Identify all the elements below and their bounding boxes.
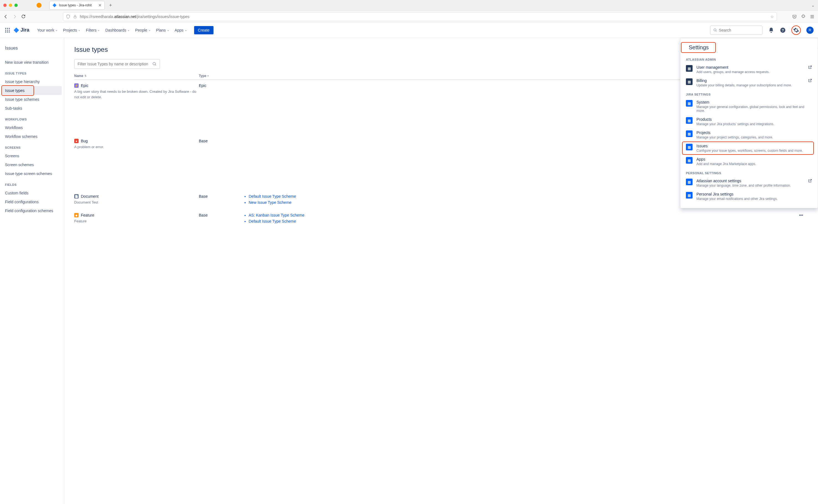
svg-point-1 — [5, 28, 6, 29]
popover-item-title: Projects — [696, 130, 812, 135]
url-bar[interactable]: https://rsreedharala.atlassian.net/jira/… — [63, 12, 777, 21]
sidebar-item-field-configuration-schemes[interactable]: Field configuration schemes — [2, 206, 62, 215]
sidebar-item-field-configurations[interactable]: Field configurations — [2, 197, 62, 206]
tabs-dropdown-icon[interactable]: ⌄ — [811, 3, 815, 7]
sidebar: Issues New issue view transition ISSUE T… — [0, 38, 64, 504]
issue-type-icon: ⚡ — [74, 83, 79, 88]
popover-item-title: Products — [696, 117, 812, 122]
nav-item-plans[interactable]: Plans⌄ — [153, 26, 172, 34]
sidebar-item-screens[interactable]: Screens — [2, 151, 62, 160]
sidebar-item-sub-tasks[interactable]: Sub-tasks — [2, 104, 62, 113]
settings-gear-button[interactable] — [791, 25, 801, 35]
column-header-name[interactable]: Name ⇅ — [74, 74, 199, 78]
search-icon — [152, 62, 157, 66]
issue-type-name[interactable]: ● Bug — [74, 139, 199, 143]
sidebar-title: Issues — [2, 43, 62, 53]
popover-section-heading: PERSONAL SETTINGS — [680, 168, 818, 176]
popover-item-apps[interactable]: ▦ Apps Add and manage Jira Marketplace a… — [680, 155, 818, 168]
popover-section-heading: ATLASSIAN ADMIN — [680, 55, 818, 63]
popover-item-desc: Update your billing details, manage your… — [696, 83, 804, 87]
tab-close-icon[interactable]: ✕ — [98, 3, 102, 7]
popover-item-issues[interactable]: ▦ Issues Configure your issue types, wor… — [680, 142, 818, 155]
extensions-icon[interactable] — [801, 14, 806, 19]
sidebar-item-issue-type-screen-schemes[interactable]: Issue type screen schemes — [2, 169, 62, 178]
app-switcher-icon[interactable] — [4, 27, 11, 33]
sidebar-item-screen-schemes[interactable]: Screen schemes — [2, 160, 62, 169]
issue-type-description: A problem or error. — [74, 144, 199, 150]
popover-item-system[interactable]: ▦ System Manage your general configurati… — [680, 98, 818, 115]
pocket-icon[interactable] — [792, 14, 797, 19]
window-maximize-icon[interactable] — [14, 4, 18, 7]
create-button[interactable]: Create — [194, 26, 213, 34]
hamburger-menu-icon[interactable] — [810, 14, 815, 19]
scheme-link[interactable]: Default Issue Type Scheme — [249, 219, 794, 223]
nav-item-dashboards[interactable]: Dashboards⌄ — [102, 26, 132, 34]
sidebar-item-issue-type-schemes[interactable]: Issue type schemes — [2, 95, 62, 104]
browser-chrome: Issue types - Jira-rohit ✕ + ⌄ https://r… — [0, 0, 818, 22]
sidebar-heading: FIELDS — [2, 178, 62, 189]
sidebar-item-workflows[interactable]: Workflows — [2, 123, 62, 132]
nav-item-your-work[interactable]: Your work⌄ — [34, 26, 60, 34]
back-button[interactable] — [3, 14, 8, 19]
popover-title: Settings — [683, 43, 714, 55]
column-header-type[interactable]: Type ▾ — [199, 74, 243, 78]
popover-item-desc: Add users, groups, and manage access req… — [696, 70, 804, 74]
jira-logo-icon — [13, 27, 19, 33]
nav-item-people[interactable]: People⌄ — [132, 26, 153, 34]
notifications-icon[interactable] — [768, 27, 774, 33]
sidebar-item-issue-types[interactable]: Issue types — [2, 86, 62, 95]
nav-item-projects[interactable]: Projects⌄ — [60, 26, 83, 34]
row-actions-button[interactable]: ••• — [794, 213, 808, 217]
popover-item-atlassian-account-settings[interactable]: ▦ Atlassian account settings Manage your… — [680, 176, 818, 190]
sidebar-item-issue-type-hierarchy[interactable]: Issue type hierarchy — [2, 77, 62, 86]
popover-item-personal-jira-settings[interactable]: ▦ Personal Jira settings Manage your ema… — [680, 190, 818, 203]
sidebar-heading: SCREENS — [2, 141, 62, 151]
help-icon[interactable]: ? — [780, 27, 786, 33]
external-link-icon — [808, 65, 812, 70]
window-minimize-icon[interactable] — [9, 4, 12, 7]
popover-item-billing[interactable]: ▦ Billing Update your billing details, m… — [680, 76, 818, 89]
filter-box[interactable] — [74, 59, 160, 69]
popover-item-title: User management — [696, 65, 804, 70]
jira-logo[interactable]: Jira — [13, 27, 29, 33]
filter-input[interactable] — [78, 62, 150, 66]
issue-type-name[interactable]: 📄 Document — [74, 194, 199, 199]
svg-point-7 — [5, 31, 6, 32]
table-row: ◆ Feature Feature Base AS: Kanban Issue … — [74, 210, 808, 228]
forward-button — [12, 14, 17, 19]
bookmark-star-icon[interactable]: ☆ — [770, 14, 774, 19]
browser-tab[interactable]: Issue types - Jira-rohit ✕ — [49, 1, 105, 10]
popover-item-user-management[interactable]: ▦ User management Add users, groups, and… — [680, 63, 818, 76]
shield-icon — [66, 14, 70, 19]
issue-type-level: Base — [199, 194, 243, 199]
sidebar-item-transition[interactable]: New issue view transition — [2, 58, 62, 67]
popover-item-icon: ▦ — [686, 117, 693, 124]
new-tab-button[interactable]: + — [109, 2, 112, 8]
popover-item-products[interactable]: ▦ Products Manage your Jira products' se… — [680, 115, 818, 128]
svg-point-4 — [5, 30, 6, 31]
svg-point-3 — [9, 28, 10, 29]
issue-type-name[interactable]: ◆ Feature — [74, 213, 199, 217]
issue-type-name[interactable]: ⚡ Epic — [74, 83, 199, 88]
sidebar-item-custom-fields[interactable]: Custom fields — [2, 189, 62, 197]
sidebar-heading: ISSUE TYPES — [2, 67, 62, 77]
nav-item-filters[interactable]: Filters⌄ — [83, 26, 102, 34]
scheme-link[interactable]: AS: Kanban Issue Type Scheme — [249, 213, 794, 217]
svg-point-8 — [7, 31, 8, 32]
nav-item-apps[interactable]: Apps⌄ — [172, 26, 190, 34]
jira-favicon-icon — [52, 3, 57, 7]
popover-item-projects[interactable]: ▦ Projects Manage your project settings,… — [680, 128, 818, 142]
lock-icon — [73, 15, 77, 19]
user-avatar[interactable]: R — [806, 27, 814, 34]
sidebar-item-workflow-schemes[interactable]: Workflow schemes — [2, 132, 62, 141]
reload-button[interactable] — [21, 14, 26, 19]
search-input[interactable] — [719, 28, 759, 32]
window-close-icon[interactable] — [3, 4, 7, 7]
svg-point-2 — [7, 28, 8, 29]
popover-item-title: Issues — [696, 144, 812, 148]
svg-rect-0 — [74, 16, 76, 18]
popover-item-icon: ▦ — [686, 78, 693, 85]
search-box[interactable] — [710, 25, 763, 35]
popover-item-desc: Manage your general configuration, globa… — [696, 105, 812, 113]
sidebar-heading: WORKFLOWS — [2, 113, 62, 123]
